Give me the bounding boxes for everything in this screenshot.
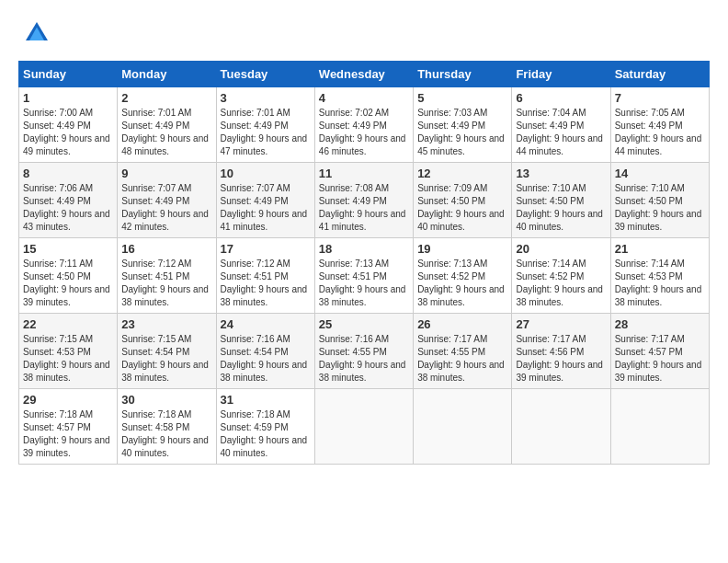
day-number: 29 [23, 393, 113, 407]
day-number: 15 [23, 242, 113, 256]
day-info: Sunrise: 7:15 AM Sunset: 4:53 PM Dayligh… [23, 333, 113, 385]
day-info: Sunrise: 7:01 AM Sunset: 4:49 PM Dayligh… [221, 107, 311, 158]
day-info: Sunrise: 7:12 AM Sunset: 4:51 PM Dayligh… [121, 258, 211, 309]
calendar-day-cell: 12 Sunrise: 7:09 AM Sunset: 4:50 PM Dayl… [414, 163, 512, 238]
calendar-day-cell: 18 Sunrise: 7:13 AM Sunset: 4:51 PM Dayl… [314, 238, 413, 314]
calendar-week-row: 22 Sunrise: 7:15 AM Sunset: 4:53 PM Dayl… [19, 314, 710, 389]
calendar-day-cell: 26 Sunrise: 7:17 AM Sunset: 4:55 PM Dayl… [414, 314, 512, 389]
day-info: Sunrise: 7:07 AM Sunset: 4:49 PM Dayligh… [121, 182, 211, 234]
day-info: Sunrise: 7:13 AM Sunset: 4:52 PM Dayligh… [417, 258, 507, 309]
day-number: 14 [615, 167, 705, 180]
calendar-day-cell [314, 389, 413, 465]
day-number: 13 [516, 167, 606, 180]
calendar-day-cell: 23 Sunrise: 7:15 AM Sunset: 4:54 PM Dayl… [118, 314, 216, 389]
day-number: 24 [221, 317, 311, 331]
day-number: 27 [516, 317, 606, 331]
calendar-day-cell: 25 Sunrise: 7:16 AM Sunset: 4:55 PM Dayl… [314, 314, 413, 389]
weekday-header: Wednesday [314, 62, 413, 87]
day-number: 3 [221, 91, 311, 105]
calendar-day-cell: 2 Sunrise: 7:01 AM Sunset: 4:49 PM Dayli… [118, 87, 216, 163]
calendar-day-cell: 20 Sunrise: 7:14 AM Sunset: 4:52 PM Dayl… [512, 238, 610, 314]
day-number: 1 [23, 91, 113, 105]
weekday-header: Thursday [414, 62, 512, 87]
day-info: Sunrise: 7:17 AM Sunset: 4:57 PM Dayligh… [615, 333, 705, 385]
day-number: 6 [516, 91, 606, 105]
day-info: Sunrise: 7:15 AM Sunset: 4:54 PM Dayligh… [121, 333, 211, 385]
day-number: 18 [319, 242, 409, 256]
calendar-day-cell: 14 Sunrise: 7:10 AM Sunset: 4:50 PM Dayl… [610, 163, 709, 238]
day-info: Sunrise: 7:08 AM Sunset: 4:49 PM Dayligh… [319, 182, 409, 234]
day-info: Sunrise: 7:02 AM Sunset: 4:49 PM Dayligh… [319, 107, 409, 158]
calendar-day-cell [414, 389, 512, 465]
calendar-table: SundayMondayTuesdayWednesdayThursdayFrid… [18, 61, 710, 465]
day-number: 23 [121, 317, 211, 331]
day-number: 7 [615, 91, 705, 105]
day-number: 17 [221, 242, 311, 256]
day-number: 19 [417, 242, 507, 256]
calendar-day-cell: 5 Sunrise: 7:03 AM Sunset: 4:49 PM Dayli… [414, 87, 512, 163]
day-info: Sunrise: 7:14 AM Sunset: 4:53 PM Dayligh… [615, 258, 705, 309]
day-number: 20 [516, 242, 606, 256]
day-info: Sunrise: 7:18 AM Sunset: 4:59 PM Dayligh… [221, 408, 311, 460]
calendar-day-cell: 30 Sunrise: 7:18 AM Sunset: 4:58 PM Dayl… [118, 389, 216, 465]
day-info: Sunrise: 7:18 AM Sunset: 4:58 PM Dayligh… [121, 408, 211, 460]
weekday-header: Friday [512, 62, 610, 87]
weekday-header: Sunday [19, 62, 118, 87]
day-info: Sunrise: 7:10 AM Sunset: 4:50 PM Dayligh… [516, 182, 606, 234]
day-info: Sunrise: 7:05 AM Sunset: 4:49 PM Dayligh… [615, 107, 705, 158]
logo [18, 18, 51, 52]
day-info: Sunrise: 7:01 AM Sunset: 4:49 PM Dayligh… [121, 107, 211, 158]
calendar-day-cell [512, 389, 610, 465]
calendar-day-cell: 3 Sunrise: 7:01 AM Sunset: 4:49 PM Dayli… [216, 87, 314, 163]
day-info: Sunrise: 7:04 AM Sunset: 4:49 PM Dayligh… [516, 107, 606, 158]
calendar-day-cell: 31 Sunrise: 7:18 AM Sunset: 4:59 PM Dayl… [216, 389, 314, 465]
day-number: 26 [417, 317, 507, 331]
calendar-day-cell: 29 Sunrise: 7:18 AM Sunset: 4:57 PM Dayl… [19, 389, 118, 465]
day-number: 22 [23, 317, 113, 331]
weekday-header: Monday [118, 62, 216, 87]
day-info: Sunrise: 7:03 AM Sunset: 4:49 PM Dayligh… [417, 107, 507, 158]
calendar-day-cell: 15 Sunrise: 7:11 AM Sunset: 4:50 PM Dayl… [19, 238, 118, 314]
day-number: 12 [417, 167, 507, 180]
calendar-week-row: 29 Sunrise: 7:18 AM Sunset: 4:57 PM Dayl… [19, 389, 710, 465]
day-info: Sunrise: 7:14 AM Sunset: 4:52 PM Dayligh… [516, 258, 606, 309]
day-info: Sunrise: 7:16 AM Sunset: 4:55 PM Dayligh… [319, 333, 409, 385]
calendar-day-cell: 8 Sunrise: 7:06 AM Sunset: 4:49 PM Dayli… [19, 163, 118, 238]
calendar-day-cell: 13 Sunrise: 7:10 AM Sunset: 4:50 PM Dayl… [512, 163, 610, 238]
calendar-day-cell: 10 Sunrise: 7:07 AM Sunset: 4:49 PM Dayl… [216, 163, 314, 238]
calendar-header-row: SundayMondayTuesdayWednesdayThursdayFrid… [19, 62, 710, 87]
calendar-week-row: 15 Sunrise: 7:11 AM Sunset: 4:50 PM Dayl… [19, 238, 710, 314]
day-number: 10 [221, 167, 311, 180]
calendar-day-cell: 24 Sunrise: 7:16 AM Sunset: 4:54 PM Dayl… [216, 314, 314, 389]
day-number: 21 [615, 242, 705, 256]
day-info: Sunrise: 7:18 AM Sunset: 4:57 PM Dayligh… [23, 408, 113, 460]
day-info: Sunrise: 7:09 AM Sunset: 4:50 PM Dayligh… [417, 182, 507, 234]
day-number: 8 [23, 167, 113, 180]
calendar-day-cell: 16 Sunrise: 7:12 AM Sunset: 4:51 PM Dayl… [118, 238, 216, 314]
calendar-day-cell: 7 Sunrise: 7:05 AM Sunset: 4:49 PM Dayli… [610, 87, 709, 163]
day-info: Sunrise: 7:17 AM Sunset: 4:56 PM Dayligh… [516, 333, 606, 385]
calendar-week-row: 1 Sunrise: 7:00 AM Sunset: 4:49 PM Dayli… [19, 87, 710, 163]
day-number: 30 [121, 393, 211, 407]
day-number: 28 [615, 317, 705, 331]
day-info: Sunrise: 7:10 AM Sunset: 4:50 PM Dayligh… [615, 182, 705, 234]
day-number: 9 [121, 167, 211, 180]
day-info: Sunrise: 7:00 AM Sunset: 4:49 PM Dayligh… [23, 107, 113, 158]
calendar-week-row: 8 Sunrise: 7:06 AM Sunset: 4:49 PM Dayli… [19, 163, 710, 238]
day-info: Sunrise: 7:17 AM Sunset: 4:55 PM Dayligh… [417, 333, 507, 385]
day-number: 2 [121, 91, 211, 105]
day-number: 11 [319, 167, 409, 180]
page-header [18, 18, 710, 52]
calendar-day-cell: 27 Sunrise: 7:17 AM Sunset: 4:56 PM Dayl… [512, 314, 610, 389]
logo-icon [22, 18, 51, 48]
calendar-day-cell: 19 Sunrise: 7:13 AM Sunset: 4:52 PM Dayl… [414, 238, 512, 314]
weekday-header: Tuesday [216, 62, 314, 87]
calendar-day-cell: 21 Sunrise: 7:14 AM Sunset: 4:53 PM Dayl… [610, 238, 709, 314]
day-info: Sunrise: 7:16 AM Sunset: 4:54 PM Dayligh… [221, 333, 311, 385]
calendar-day-cell: 6 Sunrise: 7:04 AM Sunset: 4:49 PM Dayli… [512, 87, 610, 163]
day-info: Sunrise: 7:11 AM Sunset: 4:50 PM Dayligh… [23, 258, 113, 309]
calendar-day-cell: 11 Sunrise: 7:08 AM Sunset: 4:49 PM Dayl… [314, 163, 413, 238]
calendar-day-cell: 17 Sunrise: 7:12 AM Sunset: 4:51 PM Dayl… [216, 238, 314, 314]
day-info: Sunrise: 7:12 AM Sunset: 4:51 PM Dayligh… [221, 258, 311, 309]
calendar-day-cell: 9 Sunrise: 7:07 AM Sunset: 4:49 PM Dayli… [118, 163, 216, 238]
